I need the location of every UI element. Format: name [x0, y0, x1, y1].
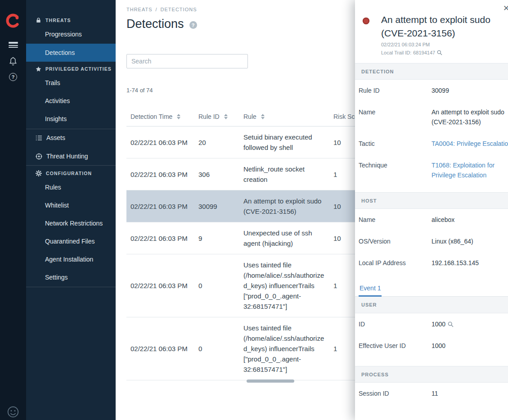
title-help-icon[interactable]: ? — [189, 21, 197, 29]
gear-icon — [36, 170, 42, 176]
search-input[interactable] — [126, 54, 248, 68]
detail-row: Tactic TA0004: Privilege Escalation — [355, 133, 508, 154]
cell-rule-id: 20 — [198, 139, 243, 146]
sidebar-item-label: Quarantined Files — [45, 238, 95, 245]
sidebar-item-label: Assets — [46, 134, 65, 141]
search-user-icon[interactable] — [448, 321, 454, 327]
field-label: Tactic — [359, 139, 432, 149]
tactic-link[interactable]: TA0004: Privilege Escalation — [432, 140, 508, 147]
field-value: 11 — [432, 388, 508, 398]
sidebar-item-assets[interactable]: Assets — [26, 129, 116, 146]
detail-row: Rule ID 30099 — [355, 80, 508, 101]
cell-rule: Setuid binary executed followed by shell — [243, 132, 333, 153]
section-header-process: PROCESS — [355, 366, 508, 383]
cell-rule-id: 30099 — [198, 203, 243, 210]
lock-icon — [36, 17, 41, 23]
cell-detection-time: 02/22/21 06:03 PM — [126, 171, 198, 178]
column-header-rule-id[interactable]: Rule ID — [198, 113, 243, 120]
sidebar-item-label: Insights — [45, 115, 67, 122]
field-value: alicebox — [432, 215, 508, 225]
sidebar-item-trails[interactable]: Trails — [26, 74, 116, 91]
field-label: Name — [359, 215, 432, 225]
field-label: Technique — [359, 160, 432, 180]
cell-rule-id: 9 — [198, 235, 243, 242]
cell-rule: An attempt to exploit sudo (CVE-2021-315… — [243, 196, 333, 217]
breadcrumb-threats[interactable]: THREATS — [126, 7, 153, 12]
section-header-user: USER — [355, 297, 508, 313]
field-label: Name — [359, 107, 432, 127]
field-value: An attempt to exploit sudo (CVE-2021-315… — [432, 107, 508, 127]
capsule8-logo-icon — [5, 13, 21, 29]
detail-row: Local IP Address 192.168.153.145 — [355, 252, 508, 274]
field-value: Linux (x86_64) — [432, 236, 508, 246]
column-label: Rule ID — [198, 113, 220, 120]
breadcrumb-detections[interactable]: DETECTIONS — [161, 7, 197, 12]
column-label: Detection Time — [130, 113, 172, 120]
panel-title: An attempt to exploit sudo (CVE-2021-315… — [381, 13, 491, 40]
sort-icon — [261, 114, 265, 119]
sidebar-item-label: Progressions — [45, 31, 82, 38]
sidebar-item-whitelist[interactable]: Whitelist — [26, 197, 116, 214]
app-logo-icon[interactable] — [5, 13, 21, 29]
sidebar-item-threat-hunting[interactable]: Threat Hunting — [26, 147, 116, 165]
cell-rule: Uses tainted file (/home/alice/.ssh/auth… — [243, 260, 333, 312]
sidebar-item-detections[interactable]: Detections — [26, 44, 116, 62]
list-icon — [36, 135, 42, 141]
field-value: 1000 — [432, 319, 445, 329]
cell-rule-id: 0 — [198, 282, 243, 289]
cell-detection-time: 02/22/21 06:03 PM — [126, 235, 198, 242]
bell-icon[interactable] — [0, 56, 26, 66]
breadcrumb-separator: / — [156, 7, 157, 12]
section-header-privileged-activities: PRIVILEGED ACTIVITIES — [26, 63, 116, 74]
field-value: 192.168.153.145 — [432, 258, 508, 268]
field-label: Effective User ID — [359, 341, 432, 351]
sidebar-item-activities[interactable]: Activities — [26, 92, 116, 109]
sidebar-item-insights[interactable]: Insights — [26, 110, 116, 127]
section-label: CONFIGURATION — [46, 171, 92, 176]
column-label: Rule — [243, 113, 256, 120]
sidebar-item-progressions[interactable]: Progressions — [26, 26, 116, 43]
cell-detection-time: 02/22/21 06:03 PM — [126, 203, 198, 210]
sidebar-item-agent-installation[interactable]: Agent Installation — [26, 251, 116, 268]
cell-rule: Unexpected use of ssh agent (hijacking) — [243, 228, 333, 248]
column-header-detection-time[interactable]: Detection Time — [126, 113, 198, 120]
sidebar-divider — [26, 165, 116, 166]
section-header-configuration: CONFIGURATION — [26, 168, 116, 179]
search-trail-icon[interactable] — [437, 50, 442, 55]
sidebar-item-quarantined-files[interactable]: Quarantined Files — [26, 233, 116, 250]
sidebar-item-label: Trails — [45, 79, 60, 86]
sidebar-item-network-restrictions[interactable]: Network Restrictions — [26, 215, 116, 232]
detection-timestamp: 02/22/21 06:03:24 PM — [381, 42, 430, 47]
menu-icon[interactable] — [0, 41, 26, 44]
nav-rail: ? — [0, 0, 26, 420]
field-label: Session ID — [359, 388, 432, 398]
sidebar-item-label: Threat Hunting — [46, 153, 88, 160]
detail-row: Name An attempt to exploit sudo (CVE-202… — [355, 101, 508, 133]
star-icon — [36, 66, 41, 72]
detail-row: Name alicebox — [355, 209, 508, 230]
sidebar-item-settings[interactable]: Settings — [26, 269, 116, 286]
sidebar-item-label: Network Restrictions — [45, 220, 103, 227]
panel-body: DETECTION Rule ID 30099 Name An attempt … — [355, 63, 508, 404]
detail-row: Technique T1068: Exploitation for Privil… — [355, 154, 508, 186]
event-tabs: Event 1 — [355, 280, 508, 297]
cell-rule-id: 0 — [198, 345, 243, 352]
cell-detection-time: 02/22/21 06:03 PM — [126, 139, 198, 146]
section-header-detection: DETECTION — [355, 63, 508, 80]
column-header-rule[interactable]: Rule — [243, 113, 333, 120]
section-label: THREATS — [45, 18, 71, 23]
detail-row: OS/Version Linux (x86_64) — [355, 230, 508, 252]
close-icon[interactable]: ✕ — [503, 4, 508, 13]
field-label: ID — [359, 319, 432, 329]
local-trail-value: 68194147 — [413, 50, 435, 55]
section-header-threats: THREATS — [26, 15, 116, 26]
field-value: 1000 — [432, 341, 508, 351]
breadcrumb: THREATS / DETECTIONS — [126, 7, 197, 12]
sidebar-item-rules[interactable]: Rules — [26, 179, 116, 196]
help-icon[interactable]: ? — [0, 73, 26, 81]
detection-detail-panel: ✕ An attempt to exploit sudo (CVE-2021-3… — [355, 0, 508, 420]
tab-event-1[interactable]: Event 1 — [359, 280, 382, 297]
horizontal-scrollbar-thumb[interactable] — [247, 379, 294, 383]
technique-link[interactable]: T1068: Exploitation for Privilege Escala… — [432, 162, 495, 179]
account-smiley-icon[interactable] — [0, 406, 26, 418]
